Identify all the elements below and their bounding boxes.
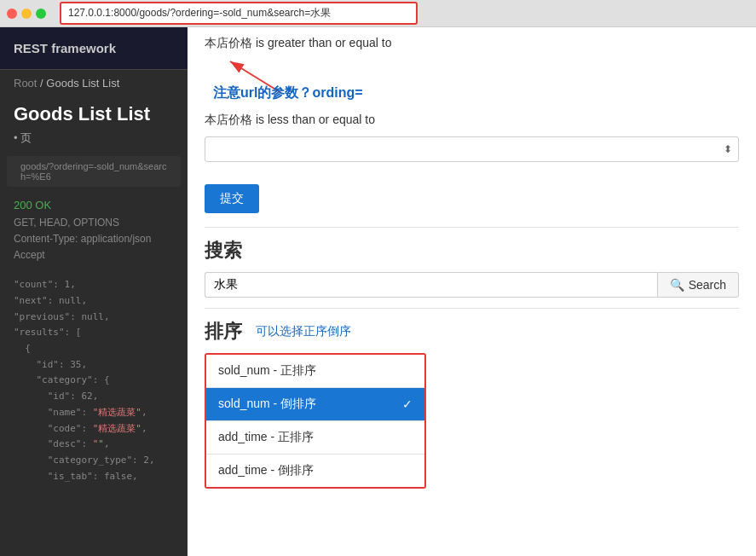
code-line-10: "desc": "", bbox=[14, 437, 174, 453]
sidebar: REST framework Root / Goods List List Go… bbox=[0, 27, 188, 556]
sidebar-url: goods/?ordering=-sold_num&search=%E6 bbox=[7, 156, 181, 187]
breadcrumb-root[interactable]: Root bbox=[14, 77, 37, 90]
code-line-7: "id": 62, bbox=[14, 389, 174, 405]
sort-option-label-3: add_time - 倒排序 bbox=[218, 463, 314, 478]
code-line-6: "category": { bbox=[14, 373, 174, 389]
sort-option-addtime-desc[interactable]: add_time - 倒排序 bbox=[206, 455, 424, 487]
sort-options-container: sold_num - 正排序 sold_num - 倒排序 ✓ add_time… bbox=[205, 353, 426, 489]
sort-checkmark: ✓ bbox=[402, 397, 413, 411]
price-select-wrapper: ⬍ bbox=[205, 136, 739, 162]
sort-option-label-0: sold_num - 正排序 bbox=[218, 363, 316, 379]
code-line-1: "next": null, bbox=[14, 293, 174, 310]
breadcrumb: Root / Goods List List bbox=[0, 70, 188, 96]
search-input[interactable] bbox=[205, 272, 657, 298]
code-line-3: "results": [ bbox=[14, 325, 174, 341]
url-bar[interactable]: 127.0.0.1:8000/goods/?ordering=-sold_num… bbox=[60, 2, 418, 25]
page-nav: • 页 bbox=[0, 129, 188, 153]
code-block: "count": 1, "next": null, "previous": nu… bbox=[0, 270, 188, 491]
response-vary: Accept bbox=[14, 247, 174, 264]
sidebar-title: REST framework bbox=[0, 27, 188, 70]
code-line-9: "code": "精选蔬菜", bbox=[14, 421, 174, 437]
content-area: 本店价格 is greater than or equal to 注意url的参… bbox=[188, 27, 756, 556]
code-line-8: "name": "精选蔬菜", bbox=[14, 405, 174, 421]
submit-button[interactable]: 提交 bbox=[205, 184, 259, 213]
code-line-4: { bbox=[14, 341, 174, 357]
sort-header: 排序 可以选择正序倒序 bbox=[205, 319, 739, 345]
sort-option-sold-desc[interactable]: sold_num - 倒排序 ✓ bbox=[206, 388, 424, 421]
less-equal-label-container: 本店价格 is less than or equal to bbox=[188, 109, 756, 131]
less-equal-label: 本店价格 is less than or equal to bbox=[205, 113, 739, 128]
page-title: Goods List List bbox=[0, 96, 188, 129]
response-methods: GET, HEAD, OPTIONS bbox=[14, 215, 174, 231]
submit-container: 提交 bbox=[188, 167, 756, 227]
search-title: 搜索 bbox=[205, 238, 739, 264]
browser-bar: 127.0.0.1:8000/goods/?ordering=-sold_num… bbox=[0, 0, 756, 27]
sort-option-addtime-asc[interactable]: add_time - 正排序 bbox=[206, 421, 424, 455]
price-select-container: ⬍ bbox=[188, 131, 756, 167]
response-info: 200 OK GET, HEAD, OPTIONS Content-Type: … bbox=[0, 190, 188, 270]
code-line-11: "category_type": 2, bbox=[14, 453, 174, 469]
search-button-label: Search bbox=[689, 278, 726, 292]
annotation-text: 注意url的参数？ording= bbox=[205, 84, 739, 102]
breadcrumb-current: Goods List List bbox=[46, 77, 119, 90]
greater-equal-label: 本店价格 is greater than or equal to bbox=[188, 27, 756, 55]
sort-option-sold-asc[interactable]: sold_num - 正排序 bbox=[206, 355, 424, 388]
code-line-2: "previous": null, bbox=[14, 310, 174, 326]
sort-section: 排序 可以选择正序倒序 sold_num - 正排序 sold_num - 倒排… bbox=[188, 309, 756, 501]
code-line-12: "is_tab": false, bbox=[14, 469, 174, 485]
sort-option-label-1: sold_num - 倒排序 bbox=[218, 397, 316, 412]
search-section: 搜索 🔍 Search bbox=[188, 228, 756, 308]
search-row: 🔍 Search bbox=[205, 272, 739, 298]
price-select[interactable] bbox=[205, 136, 739, 162]
response-content-type: Content-Type: application/json bbox=[14, 231, 174, 247]
sort-title: 排序 bbox=[205, 319, 242, 345]
code-line-0: "count": 1, bbox=[14, 277, 174, 293]
code-line-5: "id": 35, bbox=[14, 357, 174, 374]
sort-option-label-2: add_time - 正排序 bbox=[218, 430, 314, 445]
search-icon: 🔍 bbox=[670, 278, 684, 292]
sort-note: 可以选择正序倒序 bbox=[256, 324, 351, 339]
search-button[interactable]: 🔍 Search bbox=[657, 272, 739, 298]
response-status: 200 OK bbox=[14, 197, 174, 215]
